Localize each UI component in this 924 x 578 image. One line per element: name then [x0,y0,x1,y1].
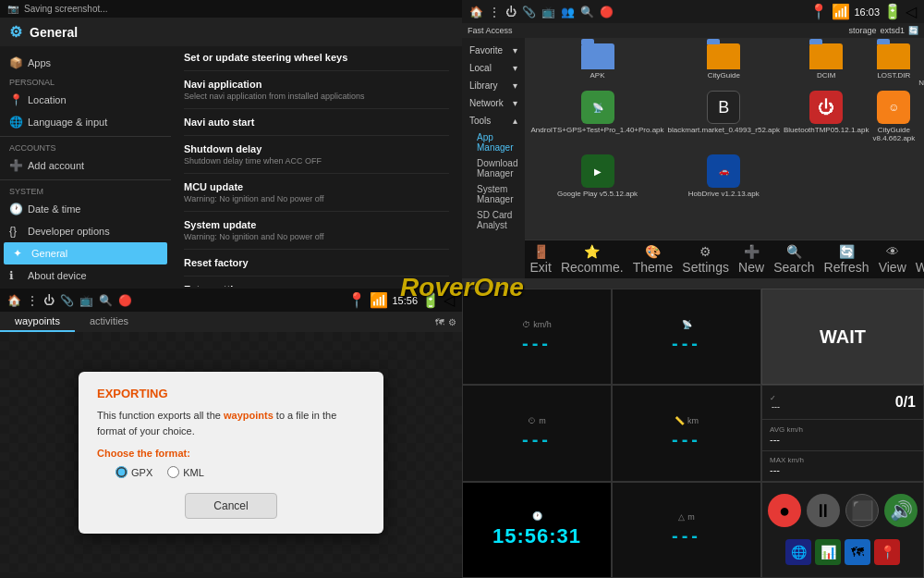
file-item-hobdrive[interactable]: 🚗 HobDrive v1.2.13.apk [668,154,780,198]
file-item-navitel[interactable]: 🗺 NavitelContent [918,43,924,87]
library-label: Library [469,80,498,91]
q1-header: 📷 Saving screenshot... [0,0,462,18]
search-icon[interactable]: 🔍 [580,6,594,18]
chart-icon[interactable]: 📊 [815,539,841,565]
sidebar-item-apps[interactable]: 📦 Apps [0,52,171,74]
map-toggle-icon[interactable]: 🗺 [435,317,444,327]
chevron-down-icon: ▾ [513,80,517,91]
stop-button[interactable]: ⬛ [845,494,879,527]
setting-title: Navi auto start [184,117,449,128]
download-manager-item[interactable]: Download Manager [462,155,525,181]
q1-content: 📦 Apps PERSONAL 📍 Location 🌐 Language & … [0,46,462,287]
sidebar-item-datetime[interactable]: 🕐 Date & time [0,198,171,220]
pin-icon[interactable]: 📍 [874,539,900,565]
gpx-radio[interactable] [116,466,128,478]
tab-activities[interactable]: activities [75,312,143,332]
file-item-fancy[interactable]: 🎛 Fancy Widgets v3.5.6.apk [918,91,924,151]
refresh-btn[interactable]: 🔄 [908,26,918,35]
q2-right-content: APK CityGuide DCIM LOST.DIR [525,38,924,278]
favorite-cat[interactable]: Favorite ▾ [462,42,525,59]
file-item-androits[interactable]: 📡 AndroITS+GPS+Test+Pro_1.40+Pro.apk [530,91,663,151]
screen-icon[interactable]: 📺 [541,6,555,18]
file-item-gplay[interactable]: ▶ Google Play v5.5.12.apk [530,154,663,198]
kml-option[interactable]: KML [167,466,204,478]
cell-altitude: △ m --- [612,482,761,578]
tools-cat[interactable]: Tools ▴ [462,112,525,129]
library-cat[interactable]: Library ▾ [462,77,525,94]
app-manager-item[interactable]: App Manager [462,129,525,155]
windows-button[interactable]: ⬜Windows [916,244,924,275]
sidebar-item-general[interactable]: ✦ General [4,242,167,264]
dev-icon: {} [9,225,22,238]
system-manager-item[interactable]: System Manager [462,181,525,207]
cancel-button[interactable]: Cancel [185,493,276,519]
file-item-bluetooth[interactable]: ⏻ BluetoothTMP05.12.1.apk [784,91,869,151]
distance-icon: 📏 [675,416,685,425]
signal-value: --- [672,333,701,354]
map-icon[interactable]: 🗺 [845,539,870,565]
checkmark-label: ✓ [770,394,780,402]
file-item-dcim[interactable]: DCIM [784,43,869,87]
language-label: Language & input [28,117,107,128]
avg-value: --- [770,434,916,445]
usb-icon[interactable]: 📎 [522,6,536,18]
sidebar-item-add-account[interactable]: ➕ Add account [0,154,171,177]
altitude-value: --- [672,525,701,547]
settings-panel: 📷 Saving screenshot... ⚙ General 📦 Apps … [0,0,462,289]
current-time-value: 15:56:31 [492,524,581,548]
pause-button[interactable]: ⏸ [807,494,840,527]
menu-icon[interactable]: ⋮ [489,6,500,18]
file-label: blackmart.market_0.4993_r52.apk [668,126,780,134]
recommend-button[interactable]: ⭐Recomme. [561,244,624,275]
setting-row-shutdown[interactable]: Shutdown delay Shutdown delay time when … [184,143,449,174]
volume-button[interactable]: 🔊 [884,494,918,527]
location-path: extsd1 [880,26,905,35]
sidebar-item-language[interactable]: 🌐 Language & input [0,111,171,133]
kml-radio[interactable] [167,466,179,478]
sidebar-item-developer[interactable]: {} Developer options [0,220,171,242]
small-icons-row: 🌐 📊 🗺 📍 [785,539,900,565]
cell-actions: ● ⏸ ⬛ 🔊 🌐 📊 🗺 📍 [761,482,924,578]
file-item-cityguide[interactable]: CityGuide [668,43,780,87]
people-icon[interactable]: 👥 [561,6,575,18]
record-button[interactable]: ● [768,494,801,527]
new-button[interactable]: ➕New [738,244,764,275]
file-item-apk[interactable]: APK [530,43,663,87]
system-section: SYSTEM [0,183,171,198]
file-item-lostdir[interactable]: LOST.DIR [873,43,916,87]
sidebar-item-location[interactable]: 📍 Location [0,89,171,111]
file-item-blackmart[interactable]: B blackmart.market_0.4993_r52.apk [668,91,780,151]
settings-button[interactable]: ⚙Settings [682,244,729,275]
back-icon[interactable]: ◁ [906,3,917,20]
view-button[interactable]: 👁View [879,244,906,275]
network-cat[interactable]: Network ▾ [462,94,525,112]
local-cat[interactable]: Local ▾ [462,59,525,77]
setting-row-system-update[interactable]: System update Warning: No ignition and N… [184,219,449,250]
tab-waypoints[interactable]: waypoints [0,312,75,332]
setting-row-steering[interactable]: Set or update steering wheel keys [184,52,449,71]
dialog-actions: Cancel [97,493,365,519]
file-label: BluetoothTMP05.12.1.apk [784,126,869,134]
exit-button[interactable]: 🚪Exit [530,244,552,275]
setting-row-mcu[interactable]: MCU update Warning: No ignition and No p… [184,181,449,212]
storage-label: storage [848,26,876,35]
theme-button[interactable]: 🎨Theme [633,244,674,275]
setting-row-navi-auto[interactable]: Navi auto start [184,117,449,136]
setting-row-navi-app[interactable]: Navi application Select navi application… [184,79,449,109]
speed-label: ⏱ km/h [522,320,552,329]
power-icon[interactable]: ⏻ [505,6,517,18]
setting-title: Shutdown delay [184,143,449,154]
folder-icon [809,43,843,69]
system-manager-label: System Manager [477,184,513,204]
filter-icon[interactable]: ⚙ [448,317,456,327]
search-button[interactable]: 🔍Search [773,244,814,275]
refresh-button[interactable]: 🔄Refresh [824,244,869,275]
sd-card-analyst-item[interactable]: SD Card Analyst [462,207,525,233]
app-manager-label: App Manager [477,132,513,153]
waypoints-tab-label: waypoints [15,315,60,326]
file-item-cityguide-apk[interactable]: ☺ CityGuide v8.4.662.apk [873,91,916,151]
gpx-option[interactable]: GPX [116,466,152,478]
add-account-label: Add account [28,160,84,171]
globe-icon[interactable]: 🌐 [785,539,811,565]
home-icon[interactable]: 🏠 [469,6,483,18]
